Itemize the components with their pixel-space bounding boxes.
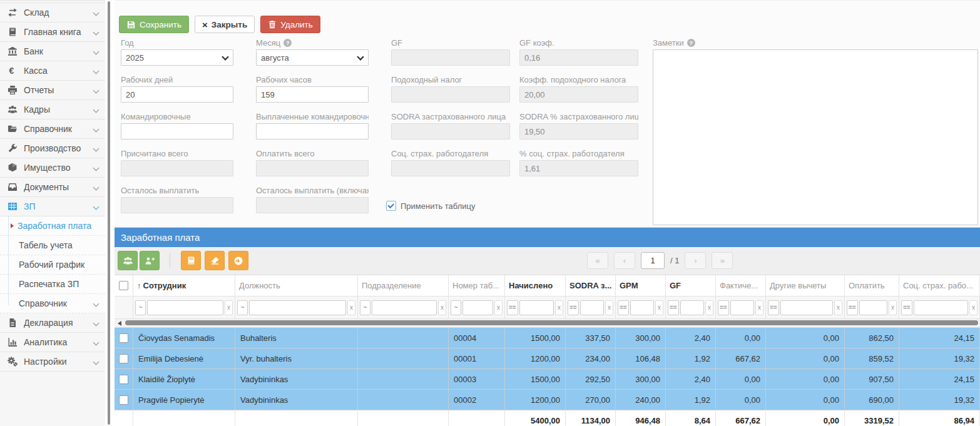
sidebar-item-kassa[interactable]: €Касса	[0, 61, 105, 81]
filter-input-employee[interactable]	[147, 300, 223, 315]
close-button[interactable]: × Закрыть	[195, 16, 255, 33]
filter-operator-button[interactable]: ==	[718, 300, 729, 315]
table-row[interactable]: Klaidilė ŽioplytėVadybininkas000031500,0…	[115, 369, 980, 390]
filter-input-to-pay[interactable]	[859, 300, 887, 315]
filter-clear-button[interactable]: x	[225, 300, 233, 315]
year-select[interactable]: 2025	[121, 49, 233, 66]
column-header-gpm[interactable]: GPM	[616, 275, 666, 296]
filter-operator-button[interactable]: ==	[847, 300, 858, 315]
sidebar-item-zarabotnaya-plata[interactable]: Заработная плата	[0, 216, 105, 236]
filter-operator-button[interactable]: ==	[768, 300, 779, 315]
sidebar-item-spravochnik[interactable]: Справочник	[0, 119, 105, 139]
column-header-actual[interactable]: Фактиче...	[716, 275, 766, 296]
filter-operator-button[interactable]: ~	[360, 300, 370, 315]
filter-operator-button[interactable]: ==	[668, 300, 679, 315]
column-header-position[interactable]: Должность	[235, 275, 358, 296]
grid-horizontal-scrollbar[interactable]	[115, 319, 980, 328]
sidebar-item-kadry[interactable]: Кадры	[0, 100, 105, 119]
select-all-header-cell[interactable]	[115, 275, 133, 296]
filter-input-gf[interactable]	[680, 300, 704, 315]
scroll-left-arrow-icon[interactable]	[118, 321, 121, 326]
table-row[interactable]: Čiovydas SenamadisBuhalteris000041500,00…	[115, 328, 980, 348]
sidebar-item-tabel-ucheta[interactable]: Табель учета	[0, 236, 105, 255]
row-checkbox[interactable]	[119, 375, 128, 384]
sidebar-item-raspechatka-zp[interactable]: Распечатка ЗП	[0, 275, 105, 294]
work-hours-input[interactable]	[256, 86, 369, 103]
save-button[interactable]: Сохранить	[119, 16, 189, 33]
month-select[interactable]: августа	[256, 49, 369, 66]
go-button[interactable]	[228, 251, 248, 270]
sidebar-item-nastrojki[interactable]: Настройки	[0, 352, 105, 372]
apply-table-checkbox[interactable]: Применить таблицу	[386, 201, 475, 211]
column-header-tab-number[interactable]: Номер таб...	[449, 275, 505, 296]
filter-operator-button[interactable]: ==	[568, 300, 579, 315]
column-header-other-deductions[interactable]: Другие вычеты	[766, 275, 845, 296]
filter-clear-button[interactable]: x	[755, 300, 763, 315]
filter-input-other-deductions[interactable]	[780, 300, 833, 315]
per-diem-paid-input[interactable]	[256, 123, 369, 139]
filter-clear-button[interactable]: x	[834, 300, 842, 315]
table-row[interactable]: Pragvilė PopierytėVadybininkas000021200,…	[115, 390, 980, 410]
filter-clear-button[interactable]: x	[494, 300, 503, 315]
select-all-checkbox[interactable]	[119, 281, 128, 290]
column-header-employee[interactable]: ↑Сотрудник	[133, 275, 235, 296]
sidebar-item-deklaraciya[interactable]: Декларация	[0, 313, 105, 333]
filter-clear-button[interactable]: x	[969, 300, 977, 315]
sidebar-item-otchety[interactable]: Отчеты	[0, 81, 105, 100]
sidebar-item-analitika[interactable]: Аналитика	[0, 333, 105, 352]
row-checkbox[interactable]	[119, 395, 128, 405]
filter-operator-button[interactable]: ==	[507, 300, 518, 315]
notes-textarea[interactable]	[653, 49, 978, 225]
column-header-to-pay[interactable]: Оплатить	[845, 275, 899, 296]
filter-input-sodra[interactable]	[580, 300, 604, 315]
sidebar-item-glavnaya-kniga[interactable]: Главная книга	[0, 23, 105, 42]
table-row[interactable]: Emilija DebesienėVyr. buhalteris00001120…	[115, 348, 980, 369]
sidebar-item-sklad[interactable]: Склад	[0, 3, 105, 23]
filter-operator-button[interactable]: ~	[135, 300, 146, 315]
per-diem-input[interactable]	[121, 123, 233, 139]
filter-operator-button[interactable]: ==	[618, 300, 629, 315]
filter-input-gpm[interactable]	[630, 300, 654, 315]
filter-input-employer-social[interactable]	[914, 300, 968, 315]
journal-button[interactable]	[181, 251, 201, 270]
sidebar-item-spravochnik-zp[interactable]: Справочник	[0, 294, 105, 313]
sidebar-item-imushchestvo[interactable]: Имущество	[0, 158, 105, 178]
help-icon[interactable]: ?	[283, 39, 292, 47]
filter-input-tab-number[interactable]	[462, 300, 493, 315]
column-header-gf[interactable]: GF	[666, 275, 716, 296]
sidebar-item-bank[interactable]: Банк	[0, 42, 105, 61]
filter-clear-button[interactable]: x	[705, 300, 713, 315]
filter-clear-button[interactable]: x	[889, 300, 897, 315]
filter-operator-button[interactable]: ~	[451, 300, 461, 315]
column-header-employer-social[interactable]: Соц. страх. рабо...	[899, 275, 980, 296]
column-header-sodra[interactable]: SODRA з...	[566, 275, 616, 296]
add-employee-button[interactable]	[140, 251, 160, 270]
filter-input-position[interactable]	[249, 300, 346, 315]
filter-clear-button[interactable]: x	[555, 300, 563, 315]
row-checkbox[interactable]	[119, 333, 128, 343]
filter-input-department[interactable]	[372, 300, 437, 315]
filter-clear-button[interactable]: x	[438, 300, 446, 315]
filter-operator-button[interactable]: ==	[901, 300, 912, 315]
sidebar-item-rabochij-grafik[interactable]: Рабочий график	[0, 255, 105, 275]
filter-clear-button[interactable]: x	[347, 300, 355, 315]
column-header-department[interactable]: Подразделение	[358, 275, 449, 296]
column-header-accrued[interactable]: Начислено	[505, 275, 566, 296]
select-employees-button[interactable]	[118, 251, 138, 270]
scrollbar-thumb[interactable]	[125, 320, 978, 325]
sidebar-scrollbar[interactable]	[108, 1, 110, 425]
filter-input-accrued[interactable]	[519, 300, 554, 315]
help-icon[interactable]: ?	[687, 39, 695, 47]
sidebar-item-zp[interactable]: ЗП	[0, 197, 105, 216]
page-number-input[interactable]	[641, 252, 665, 269]
delete-button[interactable]: Удалить	[260, 16, 320, 33]
filter-clear-button[interactable]: x	[655, 300, 663, 315]
filter-input-actual[interactable]	[730, 300, 754, 315]
eraser-button[interactable]	[205, 251, 225, 270]
work-days-input[interactable]	[121, 86, 233, 103]
filter-clear-button[interactable]: x	[605, 300, 613, 315]
row-checkbox[interactable]	[119, 354, 128, 363]
sidebar-item-proizvodstvo[interactable]: Производство	[0, 139, 105, 158]
sidebar-item-dokumenty[interactable]: Документы	[0, 178, 105, 197]
filter-operator-button[interactable]: ~	[237, 300, 248, 315]
